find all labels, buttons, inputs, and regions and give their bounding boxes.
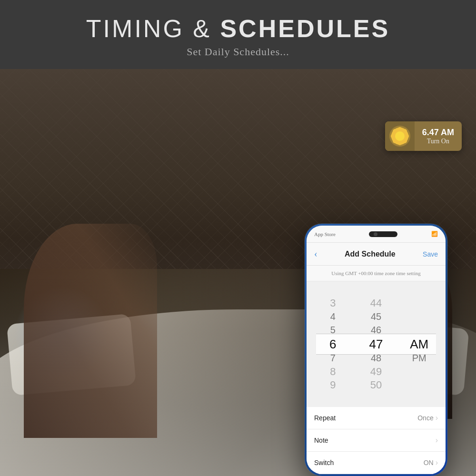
minutes-column[interactable]: 44 45 46 47 48 49 50 xyxy=(355,297,398,392)
badge-time: 6.47 AM xyxy=(422,128,454,138)
min-48[interactable]: 48 xyxy=(355,352,398,365)
repeat-chevron: › xyxy=(436,414,438,422)
hour-5[interactable]: 5 xyxy=(311,323,355,337)
note-value: › xyxy=(436,436,438,445)
page-title: TIMING & SCHEDULES xyxy=(86,14,390,43)
phone-outer: App Store 📶 ‹ Add Schedule Save Using GM… xyxy=(305,224,447,476)
schedule-badge[interactable]: 6.47 AM Turn On xyxy=(385,121,462,151)
min-45[interactable]: 45 xyxy=(355,310,398,323)
save-button[interactable]: Save xyxy=(423,250,438,258)
switch-chevron: › xyxy=(436,458,438,467)
min-47[interactable]: 47 xyxy=(355,337,398,352)
phone-inner: App Store 📶 ‹ Add Schedule Save Using GM… xyxy=(307,226,446,474)
back-button[interactable]: ‹ xyxy=(314,248,317,259)
hour-3[interactable]: 3 xyxy=(311,297,355,310)
period-pm[interactable]: PM xyxy=(397,352,441,365)
min-44[interactable]: 44 xyxy=(355,297,398,310)
switch-value: ON › xyxy=(424,458,438,467)
period-empty-2 xyxy=(397,310,441,323)
repeat-label: Repeat xyxy=(314,414,336,422)
phone-mockup: App Store 📶 ‹ Add Schedule Save Using GM… xyxy=(305,224,447,476)
page-header: TIMING & SCHEDULES Set Daily Schedules..… xyxy=(0,0,476,69)
min-49[interactable]: 49 xyxy=(355,365,398,378)
settings-section: Repeat Once › Note › Switch xyxy=(307,407,446,474)
hour-7[interactable]: 7 xyxy=(311,352,355,365)
repeat-value: Once › xyxy=(417,414,438,422)
badge-info: 6.47 AM Turn On xyxy=(415,124,462,149)
min-50[interactable]: 50 xyxy=(355,378,398,392)
note-label: Note xyxy=(314,436,328,444)
picker-container[interactable]: 3 4 5 6 7 8 9 44 45 46 xyxy=(311,297,441,392)
min-46[interactable]: 46 xyxy=(355,323,398,337)
hours-column[interactable]: 3 4 5 6 7 8 9 xyxy=(311,297,355,392)
title-bold: SCHEDULES xyxy=(220,15,390,42)
badge-sun-icon xyxy=(385,121,415,151)
sun-icon xyxy=(391,128,408,145)
period-column[interactable]: AM PM xyxy=(397,297,441,392)
period-empty-4 xyxy=(397,365,441,378)
period-empty-5 xyxy=(397,378,441,392)
title-plain: TIMING & xyxy=(86,15,220,42)
hour-8[interactable]: 8 xyxy=(311,365,355,378)
status-wifi: 📶 xyxy=(431,231,438,237)
time-picker[interactable]: 3 4 5 6 7 8 9 44 45 46 xyxy=(307,281,446,407)
badge-action: Turn On xyxy=(422,138,454,145)
hour-4[interactable]: 4 xyxy=(311,310,355,323)
gmt-notice: Using GMT +00:00 time zone time setting xyxy=(307,266,446,281)
app-nav-bar: ‹ Add Schedule Save xyxy=(307,243,446,266)
nav-title: Add Schedule xyxy=(345,250,396,258)
phone-status-bar: App Store 📶 xyxy=(307,226,446,243)
switch-row[interactable]: Switch ON › xyxy=(307,452,446,474)
phone-notch xyxy=(369,231,397,237)
page-subtitle: Set Daily Schedules... xyxy=(187,46,289,58)
period-am[interactable]: AM xyxy=(397,337,441,352)
switch-label: Switch xyxy=(314,459,334,466)
hour-9[interactable]: 9 xyxy=(311,378,355,392)
note-chevron: › xyxy=(436,436,438,445)
app-store-label: App Store xyxy=(314,231,336,237)
hour-6[interactable]: 6 xyxy=(311,337,355,352)
repeat-row[interactable]: Repeat Once › xyxy=(307,407,446,429)
main-area: 6.47 AM Turn On App Store 📶 ‹ Add Schedu… xyxy=(0,69,476,476)
period-empty-1 xyxy=(397,297,441,310)
period-empty-3 xyxy=(397,323,441,337)
person-left xyxy=(24,224,157,438)
note-row[interactable]: Note › xyxy=(307,429,446,452)
